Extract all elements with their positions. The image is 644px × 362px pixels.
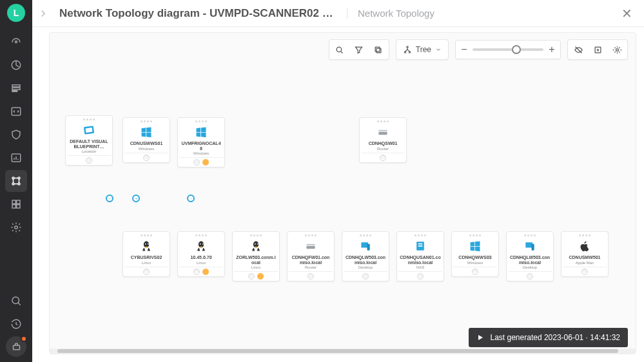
drag-handle-icon[interactable] xyxy=(361,120,405,123)
node-name: ZORLW503.conm.local xyxy=(234,255,278,265)
drag-handle-icon[interactable] xyxy=(398,234,442,237)
info-pip[interactable]: ⓘ xyxy=(143,269,150,275)
topology-node[interactable]: CDNHQLW503.conmiso.local Desktop ⓘ xyxy=(506,231,554,281)
info-pip[interactable]: ⓘ xyxy=(86,157,92,164)
avatar[interactable]: L xyxy=(7,4,25,22)
drag-handle-icon[interactable] xyxy=(67,119,111,121)
sidebar-feed[interactable] xyxy=(5,77,27,99)
info-pip[interactable]: ⓘ xyxy=(527,273,533,280)
svg-point-7 xyxy=(18,177,20,179)
toolbar-duplicate[interactable] xyxy=(369,41,387,58)
sidebar-history[interactable] xyxy=(5,313,27,335)
node-footer: ⓘ xyxy=(453,267,497,275)
sidebar-scan[interactable] xyxy=(5,54,27,76)
code-icon xyxy=(10,106,22,117)
svg-rect-3 xyxy=(12,91,17,92)
drag-handle-icon[interactable] xyxy=(124,120,168,123)
info-pip[interactable]: ⓘ xyxy=(307,273,314,280)
node-name: 10.45.0.70 xyxy=(189,255,213,260)
node-footer: ⓘ xyxy=(398,271,442,280)
toolbar-export[interactable] xyxy=(589,41,607,58)
zoom-slider[interactable]: − + xyxy=(455,40,561,59)
drag-handle-icon[interactable] xyxy=(508,234,552,237)
sidebar-reports[interactable] xyxy=(5,147,27,169)
zoom-out-button[interactable]: − xyxy=(460,44,469,55)
toolbar-search[interactable] xyxy=(331,41,349,58)
edge-junction[interactable] xyxy=(132,195,140,202)
topology-node[interactable]: CDNHQFW01.conmiso.local Router ⓘ xyxy=(287,231,335,281)
drag-handle-icon[interactable] xyxy=(179,234,223,237)
node-icon xyxy=(139,124,154,140)
node-name: CDNUSWWS01 xyxy=(129,141,164,146)
topology-node[interactable]: CDNUSMW501 Apple Mac ⓘ xyxy=(561,231,609,277)
node-icon xyxy=(303,238,318,254)
topology-node[interactable]: UVMFRIGNOCAL48 Windows ⓘ xyxy=(177,117,225,167)
sidebar-search[interactable] xyxy=(5,290,27,312)
info-pip[interactable]: ⓘ xyxy=(248,273,255,280)
node-footer: ⓘ xyxy=(508,271,552,280)
toolbar-visibility[interactable] xyxy=(569,41,587,58)
close-button[interactable]: ✕ xyxy=(618,5,635,22)
svg-rect-19 xyxy=(375,47,380,52)
topology-node[interactable]: ZORLW503.conm.local Linux ⓘ xyxy=(232,231,280,281)
svg-rect-56 xyxy=(367,244,370,251)
sidebar-topology[interactable] xyxy=(5,170,27,192)
topology-node[interactable]: CDNHQWWS03 Windows ⓘ xyxy=(451,231,499,277)
topology-node[interactable]: 10.45.0.70 Linux ⓘ xyxy=(177,231,225,277)
node-name: CDNHQWWS03 xyxy=(457,255,493,260)
topology-node[interactable]: CDNHQUSAN01.conmiso.local NAS ⓘ xyxy=(396,231,444,281)
info-pip[interactable]: ⓘ xyxy=(362,273,369,280)
export-icon xyxy=(593,45,603,55)
drag-handle-icon[interactable] xyxy=(344,234,387,237)
radar-icon xyxy=(10,59,22,71)
layout-label: Tree xyxy=(416,45,431,54)
topology-node[interactable]: CDNHQLW503.conmiso.local Desktop ⓘ xyxy=(342,231,389,281)
gauge-icon xyxy=(10,36,22,48)
node-name: UVMFRIGNOCAL48 xyxy=(179,141,223,151)
node-footer: ⓘ xyxy=(124,267,168,275)
info-pip[interactable]: ⓘ xyxy=(143,155,150,161)
node-footer: ⓘ xyxy=(179,157,223,166)
edge-junction[interactable] xyxy=(187,195,195,202)
topology-node[interactable]: DEFAULT VISUAL BLUEPRINT… Location ⓘ xyxy=(65,115,113,166)
eye-off-icon xyxy=(574,45,583,55)
svg-rect-54 xyxy=(306,244,315,246)
sidebar-notifications[interactable] xyxy=(6,336,26,357)
last-generated-banner[interactable]: Last generated 2023-06-01 · 14:41:32 xyxy=(469,328,629,347)
drag-handle-icon[interactable] xyxy=(289,234,333,237)
drag-handle-icon[interactable] xyxy=(124,234,168,237)
info-pip[interactable]: ⓘ xyxy=(193,159,200,166)
node-type: Router xyxy=(377,147,389,151)
node-footer: ⓘ xyxy=(67,155,111,164)
topology-node[interactable]: CDNUSWWS01 Windows ⓘ xyxy=(122,117,170,163)
info-pip[interactable]: ⓘ xyxy=(193,269,200,275)
zoom-track[interactable] xyxy=(473,48,543,51)
info-pip[interactable]: ⓘ xyxy=(581,269,588,275)
drag-handle-icon[interactable] xyxy=(234,234,278,237)
node-type: Linux xyxy=(197,261,206,265)
info-pip[interactable]: ⓘ xyxy=(472,269,478,275)
topology-canvas[interactable]: Tree − + DEFAULT VISUAL BLUEPRIN xyxy=(49,32,636,354)
sidebar-code[interactable] xyxy=(5,100,27,122)
info-pip[interactable]: ⓘ xyxy=(380,155,386,161)
topology-node[interactable]: CYBUSRIVS02 Linux ⓘ xyxy=(122,231,170,277)
sidebar-dashboard[interactable] xyxy=(5,31,27,53)
drag-handle-icon[interactable] xyxy=(563,234,607,237)
search-icon xyxy=(10,295,22,307)
zoom-in-button[interactable]: + xyxy=(547,44,556,55)
zoom-thumb[interactable] xyxy=(512,45,521,54)
node-name: CDNHQFW01.conmiso.local xyxy=(289,255,333,265)
layout-dropdown[interactable]: Tree xyxy=(398,41,447,58)
drag-handle-icon[interactable] xyxy=(453,234,497,237)
toolbar-filter[interactable] xyxy=(350,41,368,58)
warning-badge xyxy=(202,269,209,275)
collapse-icon[interactable] xyxy=(37,8,49,19)
info-pip[interactable]: ⓘ xyxy=(417,273,424,280)
sidebar-security[interactable] xyxy=(5,124,27,146)
topology-node[interactable]: CDNHQSW01 Router ⓘ xyxy=(359,117,407,163)
toolbar-settings[interactable] xyxy=(608,41,626,58)
edge-junction[interactable] xyxy=(106,195,113,202)
sidebar-inventory[interactable] xyxy=(5,193,27,215)
sidebar-settings[interactable] xyxy=(5,216,27,238)
drag-handle-icon[interactable] xyxy=(179,120,223,123)
